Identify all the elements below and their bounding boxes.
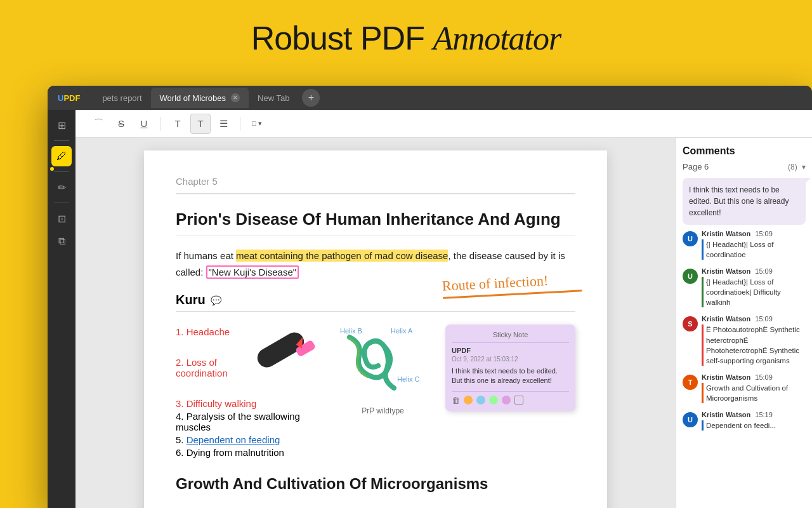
comment-avatar-1: U [683,231,698,246]
sidebar-divider-3 [54,203,69,203]
comment-item-1: U Kristin Watson 15:09 {| Headacht}| Los… [683,230,806,260]
comment-meta-3: Kristin Watson 15:09 [702,315,806,323]
pdf-page: Chapter 5 Prion's Disease Of Human Inher… [144,150,607,508]
comments-count: (8) ▾ [788,163,806,171]
comment-item-5: U Kristin Watson 15:19 Dependent on feed… [683,411,806,431]
comment-avatar-3: S [683,316,698,331]
kuru-section-heading: Kuru 💬 [176,293,575,307]
arch-tool-button[interactable]: ⌒ [88,114,108,134]
sticky-note-title: Sticky Note [452,331,569,338]
color-green[interactable] [489,396,498,404]
color-purple[interactable] [502,396,511,404]
svg-text:Helix A: Helix A [391,327,413,335]
sidebar-divider-2 [54,171,69,172]
main-split: Chapter 5 Prion's Disease Of Human Inher… [75,138,812,508]
underline-tool-button[interactable]: U [134,114,154,134]
comment-text-4: Growth and Cultivation of Microorganisms [702,383,806,403]
section-comment-icon: 💬 [211,295,221,305]
toolbar-wrap: ⌒ S U T T ☰ □ ▾ Chapter 5 Prion's Diseas… [75,110,812,508]
sticky-note-app: UPDF [452,347,569,354]
list-and-marker: 1. Headache 2. Loss of coordination [176,324,320,460]
page-label: Page 6 (8) ▾ [683,162,806,171]
sidebar-active-dot [50,167,54,171]
strikethrough-tool-button[interactable]: S [111,114,131,134]
toolbar: ⌒ S U T T ☰ □ ▾ [75,110,812,138]
comment-text-5: Dependent on feedi... [702,420,806,431]
list-item-5: 5. Dependent on feeding [176,434,320,445]
comment-content-5: Kristin Watson 15:19 Dependent on feedi.… [702,411,806,431]
page-number: Page 6 [683,162,709,171]
list-item-6: 6. Dying from malnutrition [176,447,320,458]
helix-diagram: Helix B Helix A Helix C [331,324,435,410]
sidebar-layers-icon[interactable]: ⧉ [51,231,72,251]
new-tab-button[interactable]: + [302,89,320,107]
sidebar-pages-icon[interactable]: ⊞ [51,115,72,135]
sidebar-divider-1 [54,140,69,141]
tab-new-tab[interactable]: New Tab [249,88,298,108]
list-item-4: 4. Paralysis of the swallowing muscles [176,411,320,432]
comment-item-3: S Kristin Watson 15:09 Ë PhotoautotrophË… [683,315,806,365]
app-title: Robust PDF Annotator [0,19,812,57]
yellow-highlight: meat containing the pathogen of mad cow … [236,250,448,262]
text-tool-button[interactable]: T [167,114,188,134]
tab-bar: UPDF pets report World of Microbes ✕ New… [48,86,812,110]
comment-content-2: Kristin Watson 15:09 {| Headacht}| Loss … [702,267,806,307]
bottom-section-title: Growth And Cultivation Of Microorganisms [176,475,575,493]
comment-avatar-2: U [683,269,698,284]
content-area: ⊞ 🖊 ✏ ⊡ ⧉ ⌒ S U T T ☰ □ ▾ [48,110,812,508]
pdf-title: Prion's Disease Of Human Inheritance And… [176,210,575,229]
toolbar-separator-1 [160,117,161,131]
comment-content-4: Kristin Watson 15:09 Growth and Cultivat… [702,373,806,403]
chapter-label: Chapter 5 [176,176,575,187]
app-header: Robust PDF Annotator [0,0,812,70]
comment-text-1: {| Headacht}| Loss of coordinatioe [702,239,806,260]
sidebar-highlight-icon[interactable]: 🖊 [51,146,72,166]
toolbar-separator-2 [240,117,240,131]
marker-image [251,320,320,396]
comment-avatar-5: U [683,412,698,427]
pdf-area[interactable]: Chapter 5 Prion's Disease Of Human Inher… [75,138,676,508]
comment-tool-button[interactable]: ☰ [213,114,233,134]
sticky-note-toolbar: 🗑 [452,391,569,405]
color-orange[interactable] [464,396,473,404]
comments-title: Comments [683,145,806,157]
comment-avatar-4: T [683,375,698,390]
svg-text:Helix B: Helix B [340,327,362,335]
color-blue[interactable] [476,396,485,404]
comment-meta-4: Kristin Watson 15:09 [702,373,806,381]
comment-meta-1: Kristin Watson 15:09 [702,230,806,237]
updf-logo: UPDF [54,92,84,104]
sidebar-crop-icon[interactable]: ⊡ [51,208,72,229]
sticky-note: Sticky Note UPDF Oct 9, 2022 at 15:03:12… [445,324,575,411]
sidebar: ⊞ 🖊 ✏ ⊡ ⧉ [48,110,75,508]
comment-meta-2: Kristin Watson 15:09 [702,267,806,275]
app-window: UPDF pets report World of Microbes ✕ New… [48,86,812,508]
shape-tool-button[interactable]: □ ▾ [247,114,267,134]
tab-close-icon[interactable]: ✕ [231,93,240,102]
sidebar-edit-icon[interactable]: ✏ [51,177,72,197]
sticky-border-toggle[interactable] [514,396,523,404]
comments-panel: Comments Page 6 (8) ▾ I think this text … [676,138,812,508]
chapter-divider [176,193,575,194]
sticky-note-text: I think this text needs to be edited. Bu… [452,366,569,386]
comment-item-4: T Kristin Watson 15:09 Growth and Cultiv… [683,373,806,403]
title-divider [176,236,575,236]
helix-svg: Helix B Helix A Helix C [331,324,435,410]
comment-text-3: Ë PhotoautotrophË Synthetic heterotrophË… [702,324,806,365]
sticky-delete-icon[interactable]: 🗑 [452,396,460,405]
dependent-link[interactable]: Dependent on feeding [187,434,280,445]
svg-text:Helix C: Helix C [397,375,420,383]
tab-pets-report[interactable]: pets report [93,88,150,108]
active-comment-bubble: I think this text needs to be edited. Bu… [683,178,806,225]
kuru-divider [176,311,575,312]
sticky-note-date: Oct 9, 2022 at 15:03:12 [452,356,569,363]
list-item-3: 3. Difficulty walking [176,398,320,409]
tab-world-of-microbes[interactable]: World of Microbes ✕ [151,88,249,108]
pink-highlight: "New Kuji's Disease" [206,265,299,279]
comment-content-1: Kristin Watson 15:09 {| Headacht}| Loss … [702,230,806,260]
list-item-2: 2. Loss of coordination [176,339,320,396]
text-box-tool-button[interactable]: T [190,114,211,134]
pdf-body: If humans eat meat containing the pathog… [176,248,575,280]
comment-text-2: {| Headacht}| Loss of coordinatioek| Dif… [702,277,806,307]
comment-meta-5: Kristin Watson 15:19 [702,411,806,418]
